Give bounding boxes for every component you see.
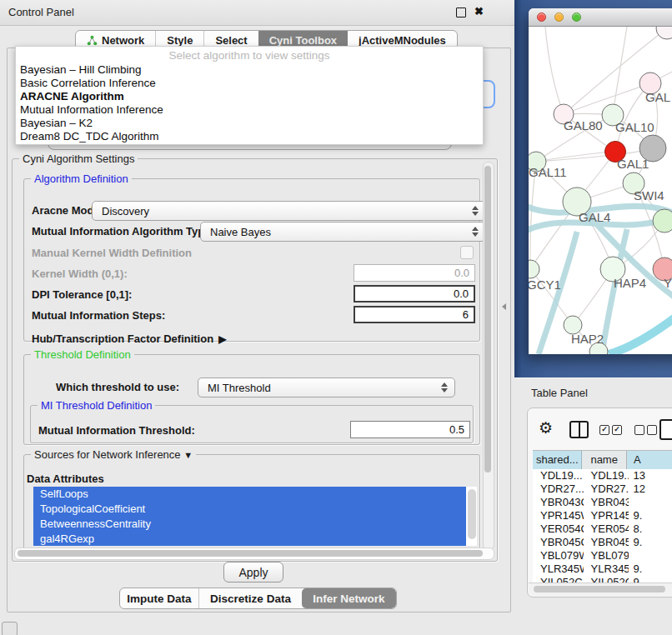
attribute-item-selected[interactable]: TopologicalCoefficient [33,502,466,517]
zoom-window-icon[interactable] [572,12,581,22]
status-corner-button[interactable] [2,622,18,635]
node-label: GAL1 [617,157,649,171]
node-label: GAL80 [564,118,603,132]
data-attributes-list: SelfLoops TopologicalCoefficient Between… [33,487,477,546]
which-threshold-combobox[interactable]: MI Threshold [198,378,455,398]
checked-checkbox-icon[interactable]: ✓ [599,425,609,435]
table-panel-titlebar: Table Panel [514,378,672,407]
table-row[interactable]: YLR345WYLR345W9. [533,562,672,576]
collapse-down-icon: ▼ [183,450,193,460]
dropdown-option[interactable]: Mutual Information Inference [16,103,483,117]
mi-threshold-group-title: MI Threshold Definition [38,399,155,412]
control-panel-titlebar: Control Panel ✖ [0,0,514,26]
apply-button[interactable]: Apply [223,562,283,582]
document-icon[interactable] [659,419,672,440]
list-scrollbar-thumb[interactable] [468,489,476,539]
table-panel-title: Table Panel [531,387,588,399]
network-icon [87,35,98,46]
node-label: GAL11 [529,165,567,179]
minimize-window-icon[interactable] [554,12,564,22]
node-label: GCY1 [529,278,561,292]
threshold-definition-title: Threshold Definition [31,348,134,361]
table-row[interactable]: YER054CYER054C8. [533,522,672,536]
dropdown-option-selected[interactable]: ARACNE Algorithm [16,90,483,103]
unchecked-checkbox-icon[interactable] [647,425,657,435]
dropdown-option[interactable]: Dream8 DC_TDC Algorithm [16,130,483,143]
node-label: HAP2 [571,332,604,346]
node-label: GAL4 [579,210,610,224]
bottom-tabbar: Impute Data Discretize Data Infer Networ… [119,588,397,609]
table-row[interactable]: YPR145WYPR145W9. [533,509,672,522]
attribute-item-selected[interactable]: BetweennessCentrality [33,517,466,532]
kernel-width-input[interactable] [354,264,475,282]
table-panel: ⚙ ✓ ✓ shared... name A YDL19...YDL19...1… [527,408,672,598]
node-label: GAL10 [615,120,654,134]
network-edges-bright [609,302,672,354]
checked-checkbox-icon[interactable]: ✓ [612,425,622,435]
column-header-shared[interactable]: shared... [533,451,582,470]
network-window-titlebar[interactable] [529,8,672,27]
table-row[interactable]: YDL19...YDL19...13 [533,469,672,482]
sources-group-title[interactable]: Sources for Network Inference ▼ [31,448,196,461]
data-attributes-label: Data Attributes [27,472,104,485]
node[interactable] [653,209,672,232]
table-toolbar: ⚙ ✓ ✓ [528,408,672,450]
mi-threshold-label: Mutual Information Threshold: [38,424,195,437]
table-row[interactable]: YBL079WYBL079W [533,549,672,562]
manual-kernel-checkbox[interactable] [460,246,474,259]
float-panel-icon[interactable] [456,8,466,18]
settings-horizontal-scrollbar[interactable] [14,548,494,560]
table-row[interactable]: YBR045CYBR045C9. [533,536,672,549]
tab-impute-data[interactable]: Impute Data [120,588,198,608]
settings-horizontal-scrollbar-thumb[interactable] [18,550,483,557]
table-horizontal-scrollbar[interactable] [529,582,672,596]
table-row[interactable]: YBR043CYBR043C [533,496,672,509]
table-horizontal-scrollbar-thumb[interactable] [534,586,665,592]
algorithm-definition-title: Algorithm Definition [31,172,132,185]
attribute-item-selected[interactable]: SelfLoops [33,487,466,502]
node-label: HAP4 [614,276,646,290]
column-header-name[interactable]: name [582,451,627,470]
columns-icon[interactable] [569,421,589,438]
dropdown-option[interactable]: Basic Correlation Inference [16,77,483,90]
node-gcy1[interactable] [529,260,539,278]
hub-definition-toggle[interactable]: Hub/Transcription Factor Definition▶ [32,332,226,345]
mi-steps-label: Mutual Information Steps: [32,309,165,322]
settings-vertical-scrollbar-thumb[interactable] [484,166,491,472]
table-row[interactable]: YDR27...YDR27...12 [533,482,672,496]
attribute-item-selected[interactable]: gal4RGexp [33,532,466,546]
dpi-tolerance-input[interactable] [354,285,475,302]
mi-type-label: Mutual Information Algorithm Type: [32,225,214,238]
mi-type-combobox[interactable]: Naive Bayes [200,222,486,242]
node[interactable] [656,27,672,39]
tab-discretize-data[interactable]: Discretize Data [198,588,302,608]
table-body: YDL19...YDL19...13 YDR27...YDR27...12 YB… [533,469,672,583]
aracne-mode-combobox[interactable]: Discovery [92,201,486,221]
splitpane-collapse-icon[interactable] [502,303,506,310]
node-label: GAL [645,90,670,104]
column-header-next[interactable]: A [627,451,672,470]
mi-threshold-input[interactable] [350,421,470,438]
gear-icon[interactable]: ⚙ [539,418,553,438]
network-canvas[interactable]: GAL GAL80 GAL10 GAL1 GAL11 SWI4 GAL4 GCY… [529,27,672,354]
tab-network-label: Network [102,34,144,47]
node-label: Y [664,276,672,290]
combo-spinner-icon [472,206,479,216]
which-threshold-label: Which threshold to use: [56,381,179,393]
dropdown-option[interactable]: Bayesian – Hill Climbing [16,63,483,77]
settings-vertical-scrollbar[interactable] [483,162,494,550]
mi-type-value: Naive Bayes [210,226,271,238]
dpi-tolerance-label: DPI Tolerance [0,1]: [32,288,132,301]
dropdown-prompt: Select algorithm to view settings [16,47,483,63]
close-panel-icon[interactable]: ✖ [474,5,484,18]
network-window: GAL GAL80 GAL10 GAL1 GAL11 SWI4 GAL4 GCY… [529,8,672,354]
combo-spinner-icon [441,382,448,392]
mi-steps-input[interactable] [354,306,475,323]
close-window-icon[interactable] [537,12,546,22]
which-threshold-value: MI Threshold [208,382,271,394]
control-panel-title: Control Panel [8,6,74,18]
dropdown-option[interactable]: Bayesian – K2 [16,117,483,130]
tab-infer-network[interactable]: Infer Network [302,588,396,608]
table-header: shared... name A [533,450,672,470]
unchecked-checkbox-icon[interactable] [634,425,644,435]
